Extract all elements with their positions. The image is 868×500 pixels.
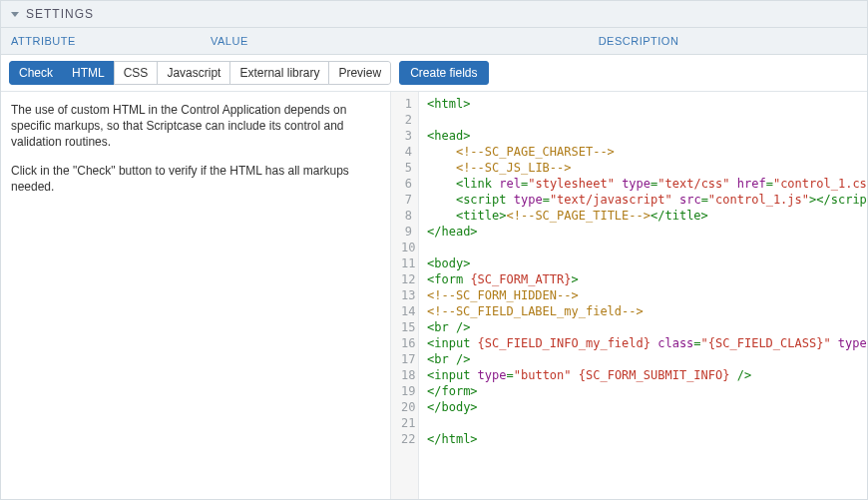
gutter-line: 11: [401, 255, 412, 271]
gutter-line: 14: [401, 303, 412, 319]
code-line[interactable]: </html>: [427, 431, 867, 447]
code-line[interactable]: <!--SC_PAGE_CHARSET-->: [427, 144, 867, 160]
help-paragraph-1: The use of custom HTML in the Control Ap…: [11, 102, 380, 151]
settings-header[interactable]: SETTINGS: [1, 1, 867, 28]
gutter-line: 18: [401, 367, 412, 383]
gutter-line: 22: [401, 431, 412, 447]
code-line[interactable]: <title><!--SC_PAGE_TITLE--></title>: [427, 208, 867, 224]
code-line[interactable]: <script type="text/javascript" src="cont…: [427, 192, 867, 208]
editor-code[interactable]: <html><head> <!--SC_PAGE_CHARSET--> <!--…: [419, 92, 867, 500]
code-line[interactable]: <br />: [427, 351, 867, 367]
code-line[interactable]: <form {SC_FORM_ATTR}>: [427, 271, 867, 287]
editor-gutter: 12345678910111213141516171819202122: [391, 92, 419, 500]
create-fields-button[interactable]: Create fields: [399, 61, 488, 85]
tab-css[interactable]: CSS: [114, 61, 159, 85]
col-attribute: ATTRIBUTE: [11, 35, 211, 47]
code-line[interactable]: <input type="button" {SC_FORM_SUBMIT_INF…: [427, 367, 867, 383]
gutter-line: 20: [401, 399, 412, 415]
code-line[interactable]: </form>: [427, 383, 867, 399]
column-headers: ATTRIBUTE VALUE DESCRIPTION: [1, 28, 867, 55]
gutter-line: 15: [401, 319, 412, 335]
tab-js[interactable]: Javascript: [157, 61, 230, 85]
col-value: VALUE: [211, 35, 420, 47]
tab-check[interactable]: Check: [9, 61, 63, 85]
tab-extlib[interactable]: External library: [229, 61, 329, 85]
gutter-line: 12: [401, 271, 412, 287]
code-line[interactable]: </head>: [427, 224, 867, 240]
code-line[interactable]: <!--SC_JS_LIB-->: [427, 160, 867, 176]
gutter-line: 7: [401, 192, 412, 208]
code-line[interactable]: <link rel="stylesheet" type="text/css" h…: [427, 176, 867, 192]
col-description: DESCRIPTION: [420, 35, 857, 47]
gutter-line: 1: [401, 96, 412, 112]
gutter-line: 3: [401, 128, 412, 144]
code-line[interactable]: </body>: [427, 399, 867, 415]
settings-title: SETTINGS: [26, 7, 94, 21]
gutter-line: 5: [401, 160, 412, 176]
collapse-caret-icon[interactable]: [11, 12, 19, 17]
tab-preview[interactable]: Preview: [328, 61, 391, 85]
gutter-line: 17: [401, 351, 412, 367]
help-paragraph-2: Click in the "Check" button to verify if…: [11, 163, 380, 195]
gutter-line: 13: [401, 287, 412, 303]
tabs-row: Check HTML CSS Javascript External libra…: [1, 55, 867, 92]
content-row: The use of custom HTML in the Control Ap…: [1, 92, 867, 500]
code-line[interactable]: <!--SC_FORM_HIDDEN-->: [427, 287, 867, 303]
code-line[interactable]: [427, 112, 867, 128]
gutter-line: 8: [401, 208, 412, 224]
code-editor[interactable]: 12345678910111213141516171819202122 <htm…: [390, 92, 867, 500]
gutter-line: 2: [401, 112, 412, 128]
tab-html[interactable]: HTML: [62, 61, 115, 85]
code-line[interactable]: <body>: [427, 255, 867, 271]
gutter-line: 6: [401, 176, 412, 192]
gutter-line: 9: [401, 224, 412, 240]
tab-group: Check HTML CSS Javascript External libra…: [9, 61, 391, 85]
gutter-line: 16: [401, 335, 412, 351]
help-pane: The use of custom HTML in the Control Ap…: [1, 92, 390, 500]
code-line[interactable]: <html>: [427, 96, 867, 112]
code-line[interactable]: [427, 240, 867, 255]
gutter-line: 10: [401, 240, 412, 255]
gutter-line: 21: [401, 415, 412, 431]
code-line[interactable]: [427, 415, 867, 431]
code-line[interactable]: <br />: [427, 319, 867, 335]
code-line[interactable]: <input {SC_FIELD_INFO_my_field} class="{…: [427, 335, 867, 351]
gutter-line: 19: [401, 383, 412, 399]
gutter-line: 4: [401, 144, 412, 160]
code-line[interactable]: <head>: [427, 128, 867, 144]
code-line[interactable]: <!--SC_FIELD_LABEL_my_field-->: [427, 303, 867, 319]
